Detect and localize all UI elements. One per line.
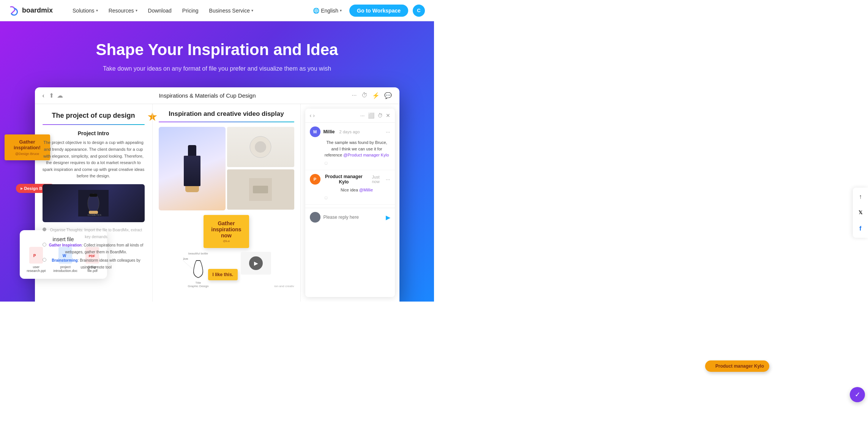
go-to-workspace-button[interactable]: Go to Workspace — [349, 5, 408, 17]
millie-comment-text: The sample was found by Bruce, and I thi… — [324, 139, 390, 158]
header-right: 🌐 English ▾ Go to Workspace C — [310, 5, 425, 17]
reply-avatar — [310, 212, 320, 223]
hero-title: Shape Your Inspiration and Idea — [8, 40, 426, 59]
comment-nav: ‹ › — [310, 112, 315, 118]
comment-more-icon-2[interactable]: ··· — [386, 176, 390, 182]
comment-header: ‹ › ··· ⬜ ⏱ ✕ — [305, 109, 395, 123]
comment-millie: M Millie 2 days ago ··· The sample was f… — [305, 123, 395, 170]
language-selector[interactable]: 🌐 English ▾ — [310, 5, 345, 16]
svg-text:2cm: 2cm — [183, 258, 188, 260]
logo-icon — [9, 5, 20, 16]
next-comment-button[interactable]: › — [313, 112, 315, 118]
clock-icon[interactable]: ⏱ — [377, 112, 383, 118]
gather-now-sticky: Gather inspirations now @Lu — [204, 215, 249, 248]
comment-more-icon[interactable]: ··· — [386, 129, 390, 135]
logo-text: boardmix — [22, 6, 53, 14]
logo-area[interactable]: boardmix — [9, 5, 53, 16]
comment-header-icons: ··· ⬜ ⏱ ✕ — [360, 112, 390, 118]
mockup-content: ★ Gather inspiration! @Design Bruce Desi… — [35, 104, 399, 302]
back-button[interactable]: ‹ — [43, 92, 44, 99]
bottom-row: beautiful bottle 2cm Title Graphic Desig… — [159, 252, 294, 288]
svg-rect-14 — [253, 186, 268, 193]
task-brainstorm: Brainstorming: Brainstorm ideas with col… — [43, 257, 145, 271]
nav: Solutions ▾ Resources ▾ Download Pricing… — [68, 5, 310, 16]
chevron-down-icon: ▾ — [251, 8, 253, 13]
mid-panel-title: Inspiration and creative video display — [159, 110, 294, 118]
doc-image: COSMETICS — [43, 184, 145, 222]
titlebar-icons: ⬆ ☁ — [49, 92, 63, 99]
reply-reaction-icon-2[interactable]: ☺ — [324, 194, 329, 201]
doc-divider — [43, 124, 145, 125]
close-icon[interactable]: ✕ — [386, 112, 390, 118]
user-avatar[interactable]: C — [413, 5, 425, 17]
side-image-2 — [227, 169, 294, 210]
globe-icon: 🌐 — [313, 8, 319, 14]
doc-section-title: Project Intro — [43, 130, 145, 136]
document-title: Inspirations & Materials of Cup Design — [68, 92, 347, 99]
nav-resources[interactable]: Resources ▾ — [104, 5, 142, 16]
kylo-comment-text: Nice idea @Millie — [324, 187, 390, 193]
side-image-1 — [227, 127, 294, 167]
chevron-down-icon: ▾ — [136, 8, 137, 13]
play-button[interactable]: ▶ — [249, 256, 263, 270]
task-gather: Gather Inspiration: Collect inspirations… — [43, 242, 145, 256]
mockup-titlebar: ‹ ⬆ ☁ Inspirations & Materials of Cup De… — [35, 87, 399, 104]
nav-download[interactable]: Download — [144, 5, 176, 16]
doc-tasks: Organise Thoughts: Import the file to Bo… — [43, 227, 145, 271]
comment-icon[interactable]: 💬 — [384, 92, 392, 99]
thumbnail-label: ion and creativ — [274, 284, 294, 288]
more-options-icon[interactable]: ··· — [352, 92, 357, 99]
nav-business-service[interactable]: Business Service ▾ — [205, 5, 258, 16]
chevron-down-icon: ▾ — [340, 8, 342, 13]
share-icon[interactable]: ⚡ — [372, 92, 380, 99]
main-product-image — [159, 127, 226, 210]
send-button[interactable]: ▶ — [386, 214, 390, 221]
titlebar-right: ··· ⏱ ⚡ 💬 — [352, 92, 391, 99]
millie-avatar: M — [310, 126, 320, 137]
image-grid — [159, 127, 294, 210]
reply-input[interactable] — [320, 215, 386, 220]
reply-input-row: ▶ — [305, 208, 395, 226]
reply-reaction-icon[interactable]: ☺ — [324, 160, 329, 166]
doc-body-text: The project objective is to design a cup… — [43, 139, 145, 180]
header: boardmix Solutions ▾ Resources ▾ Downloa… — [0, 0, 434, 21]
left-panel: The project of cup design Project Intro … — [35, 104, 153, 302]
task-organise: Organise Thoughts: Import the file to Bo… — [43, 227, 145, 240]
svg-text:COSMETICS: COSMETICS — [88, 214, 101, 216]
nav-pricing[interactable]: Pricing — [178, 5, 203, 16]
upload-icon[interactable]: ⬆ — [49, 92, 54, 99]
app-mockup: ‹ ⬆ ☁ Inspirations & Materials of Cup De… — [35, 87, 399, 302]
chevron-down-icon: ▾ — [96, 8, 98, 13]
prev-comment-button[interactable]: ‹ — [310, 112, 312, 118]
expand-icon[interactable]: ⬜ — [368, 112, 374, 118]
svg-rect-9 — [89, 211, 98, 214]
middle-panel: Inspiration and creative video display — [153, 104, 301, 302]
svg-line-17 — [183, 261, 194, 270]
comment-kylo: P Product manager Kylo Just now ··· Nice… — [305, 170, 395, 205]
kylo-avatar: P — [310, 174, 320, 185]
timer-icon[interactable]: ⏱ — [361, 92, 368, 99]
right-panel: ‹ › ··· ⬜ ⏱ ✕ M — [301, 104, 399, 302]
hero-section: Shape Your Inspiration and Idea Take dow… — [0, 21, 434, 302]
hero-subtitle: Take down your ideas on any format of fi… — [8, 65, 426, 72]
cloud-icon[interactable]: ☁ — [57, 92, 63, 99]
more-options-icon[interactable]: ··· — [360, 112, 365, 118]
svg-point-12 — [255, 141, 266, 153]
nav-solutions[interactable]: Solutions ▾ — [68, 5, 103, 16]
comment-panel: ‹ › ··· ⬜ ⏱ ✕ M — [305, 109, 395, 297]
like-this-sticky: I like this. — [208, 269, 238, 280]
doc-title: The project of cup design — [43, 112, 145, 120]
mid-divider — [159, 122, 294, 122]
video-thumbnail[interactable]: ▶ — [241, 252, 271, 275]
svg-rect-8 — [90, 194, 97, 197]
